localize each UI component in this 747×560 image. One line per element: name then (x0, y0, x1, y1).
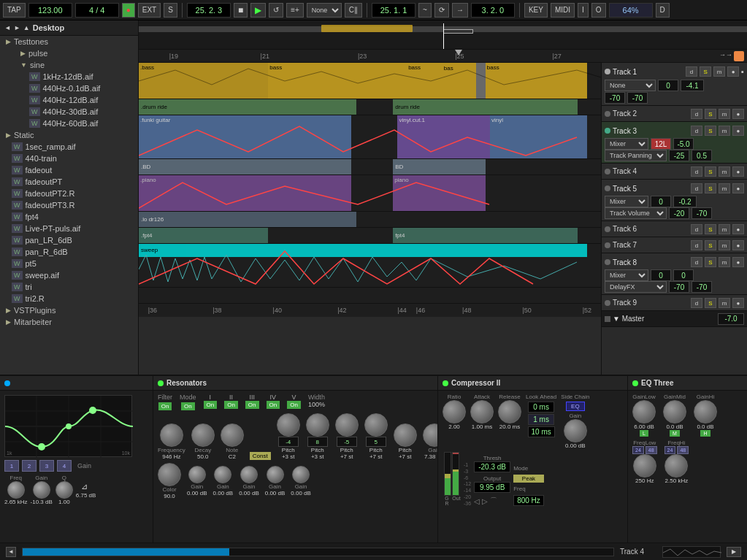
track8-val3[interactable] (669, 281, 689, 293)
track-lane-6[interactable]: .lo dr126 (139, 212, 601, 228)
attack-knob[interactable] (470, 400, 494, 423)
clip-fpt4-2[interactable]: fpt4 (393, 228, 578, 243)
track8-d-btn[interactable]: d (691, 257, 702, 267)
pitch-ii[interactable] (306, 413, 329, 437)
record-button[interactable]: ● (122, 3, 135, 18)
h-btn[interactable]: H (700, 430, 710, 437)
pitch-v[interactable] (394, 423, 417, 447)
file-tri[interactable]: W tri (0, 281, 138, 293)
track5-val1[interactable] (651, 196, 671, 207)
file-fadeoutpt[interactable]: W fadeoutPT (0, 176, 138, 188)
eq-band-btn-4[interactable]: 4 (57, 460, 72, 472)
eq-graph[interactable]: 1k 10k (4, 395, 132, 457)
time-sig-display[interactable]: 4 / 4 (75, 3, 119, 18)
track5-val4[interactable] (692, 207, 712, 219)
file-panr[interactable]: W pan_R_6dB (0, 246, 138, 258)
track3-val4[interactable] (692, 150, 712, 161)
arrangement-overview[interactable] (139, 20, 747, 50)
sidechain-eq-btn[interactable]: EQ (566, 402, 585, 411)
track3-dropdown2[interactable]: Track Panning (605, 150, 667, 161)
browser-folder-mit[interactable]: ▶ Mitarbeiter (0, 316, 138, 328)
follow-btn[interactable] (734, 51, 744, 61)
pitch-iv-val[interactable] (366, 437, 386, 447)
track7-d-btn[interactable]: d (691, 240, 702, 250)
track5-m-btn[interactable]: m (719, 183, 730, 193)
browser-folder-testtones[interactable]: ▶ Testtones (0, 36, 138, 47)
freqhi-48[interactable]: 48 (677, 446, 689, 454)
gain-knob[interactable] (33, 481, 50, 499)
freqlow-knob[interactable] (633, 454, 656, 477)
position2-display[interactable]: 25. 1. 1 (372, 3, 415, 18)
track6-d-btn[interactable]: d (691, 224, 702, 234)
track8-val2[interactable] (673, 269, 694, 281)
track8-dropdown1[interactable]: Mixer (605, 269, 648, 281)
mode-on-btn[interactable]: On (181, 402, 195, 410)
loop2-button[interactable]: ⟳ (434, 3, 449, 18)
mode-peak-btn[interactable]: Peak (513, 475, 544, 483)
volume-display[interactable]: 64% (609, 3, 653, 18)
track6-s-btn[interactable]: S (705, 224, 716, 234)
gainlow-knob[interactable] (632, 400, 656, 423)
s-button[interactable]: S (164, 3, 177, 18)
pitch-i[interactable] (277, 413, 300, 437)
freqlow-24[interactable]: 24 (632, 446, 644, 454)
res-gain-knob[interactable] (423, 423, 437, 447)
thresh-val[interactable]: -20.3 dB (474, 461, 510, 472)
color-knob[interactable] (158, 463, 181, 486)
track3-val1[interactable] (651, 138, 671, 150)
browser-nav-up[interactable]: ▲ (23, 24, 30, 31)
clip-drumride-2[interactable]: drum ride (393, 99, 578, 115)
position-display[interactable]: 25. 2. 3 (187, 3, 231, 18)
track9-m-btn[interactable]: m (719, 298, 730, 308)
track9-s-btn[interactable]: S (705, 298, 716, 308)
comp-icon-2[interactable]: ▷ (482, 497, 488, 505)
band-ii-on-btn[interactable]: On (224, 401, 238, 409)
clip-bd-2[interactable]: BD (393, 159, 486, 174)
track7-m-btn[interactable]: m (719, 240, 730, 250)
status-right-btn[interactable]: ▶ (727, 547, 741, 557)
track3-fx-btn[interactable]: ● (732, 126, 744, 136)
track5-fx-btn[interactable]: ● (732, 183, 744, 193)
track3-indicator[interactable] (605, 128, 610, 134)
track4-indicator[interactable] (605, 169, 610, 174)
browser-folder-static[interactable]: ▶ Static (0, 129, 138, 141)
track8-fx-btn[interactable]: ● (732, 257, 744, 267)
track2-m-btn[interactable]: m (719, 109, 730, 119)
none-dropdown[interactable]: None (307, 3, 342, 18)
clip-bass-cont[interactable]: bass (486, 63, 587, 99)
track1-mute-indicator[interactable] (605, 69, 610, 74)
file-fadeout[interactable]: W fadeout (0, 164, 138, 176)
clip-funki-1[interactable]: .funki guitar (139, 115, 351, 158)
stop-button[interactable]: ■ (234, 3, 248, 18)
track1-s-btn[interactable]: S (700, 66, 711, 77)
band-i-on-btn[interactable]: On (204, 401, 218, 409)
clip-gap[interactable] (476, 63, 486, 99)
clip-sweep[interactable]: sweep (139, 244, 587, 257)
track-lane-7[interactable]: .fpt4 fpt4 (139, 228, 601, 244)
add-track-button[interactable]: ≡+ (286, 3, 304, 18)
q-knob[interactable] (55, 481, 73, 499)
track-lane-4[interactable]: .BD BD (139, 159, 601, 175)
track5-s-btn[interactable]: S (705, 183, 716, 193)
track8-val4[interactable] (692, 281, 712, 293)
clip-lodr-1[interactable]: .lo dr126 (139, 212, 356, 227)
freqhi-knob[interactable] (664, 454, 688, 477)
release-knob[interactable] (498, 400, 521, 423)
track2-indicator[interactable] (605, 111, 610, 117)
res-gain2-knob[interactable] (214, 466, 231, 483)
ratio-knob[interactable] (443, 400, 466, 423)
track5-val3[interactable] (669, 207, 689, 219)
browser-folder-sine[interactable]: ▼ sine (0, 59, 138, 71)
track4-d-btn[interactable]: d (691, 166, 702, 177)
file-fpt4[interactable]: W fpt4 (0, 211, 138, 223)
file-440-60[interactable]: W 440Hz-60dB.aif (0, 118, 138, 129)
position3-display[interactable]: 3. 2. 0 (471, 3, 515, 18)
pitch-iv[interactable] (364, 413, 388, 437)
track1-vol2[interactable] (681, 80, 704, 91)
const-btn[interactable]: Const (250, 452, 271, 460)
track3-d-btn[interactable]: d (691, 126, 702, 136)
track5-val2[interactable] (673, 196, 697, 207)
sc-gain-knob[interactable] (564, 419, 587, 442)
pitch-iii-val[interactable] (337, 437, 357, 447)
track3-dropdown1[interactable]: Mixer (605, 138, 648, 150)
